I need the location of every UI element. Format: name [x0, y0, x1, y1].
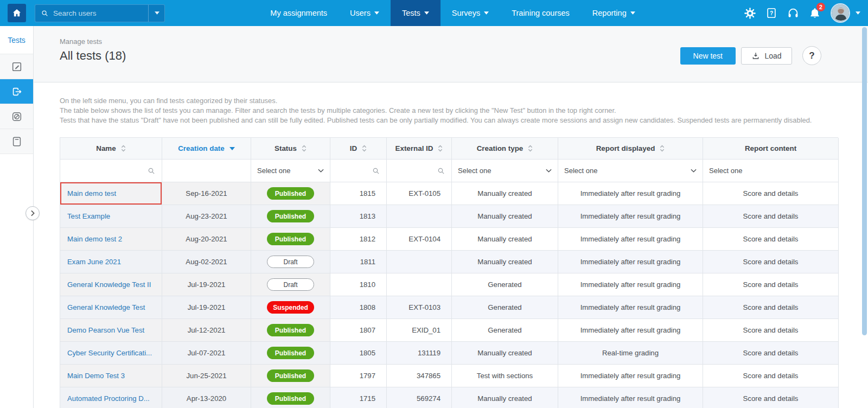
filter-creation-type-select[interactable]: Select one	[458, 167, 552, 175]
caret-down-icon	[374, 11, 379, 15]
creation-date-cell: Apr-13-2020	[162, 387, 251, 408]
settings-button[interactable]	[741, 4, 759, 22]
table-row: Cyber Security Certificati...Jul-07-2021…	[60, 342, 838, 365]
test-name-link[interactable]: Test Example	[67, 212, 110, 220]
id-cell: 1811	[330, 251, 387, 273]
filter-external-id-input[interactable]	[393, 167, 437, 175]
column-header-creation-date[interactable]: Creation date	[162, 138, 251, 160]
id-cell: 1807	[330, 319, 387, 342]
caret-down-icon	[630, 11, 635, 15]
column-header-creation-type[interactable]: Creation type	[452, 138, 558, 160]
load-button[interactable]: Load	[741, 47, 792, 65]
nav-item-reporting[interactable]: Reporting	[581, 0, 647, 26]
sort-icon	[362, 145, 367, 152]
notification-badge: 2	[816, 3, 825, 11]
test-name-link[interactable]: Cyber Security Certificati...	[67, 349, 152, 357]
filter-id-input[interactable]	[336, 167, 372, 175]
gear-icon	[744, 7, 756, 20]
chevron-right-icon	[30, 210, 35, 216]
filter-report-content-select[interactable]: Select one	[709, 167, 832, 175]
sort-desc-icon	[229, 147, 235, 150]
column-header-label: ID	[350, 144, 357, 152]
filter-cell-report-content: Select one	[703, 160, 839, 182]
column-header-report-content: Report content	[703, 138, 839, 160]
creation-type-cell: Manually created	[452, 387, 558, 408]
nav-item-label: Tests	[402, 9, 420, 17]
test-name-link[interactable]: Main demo test	[67, 189, 116, 197]
id-cell: 1715	[330, 387, 387, 408]
caret-down-icon	[484, 11, 489, 15]
test-name-link[interactable]: General Knowledge Test II	[67, 280, 151, 289]
report-content-cell: Score and details	[703, 342, 839, 365]
select-placeholder: Select one	[709, 167, 742, 175]
table-row: Exam June 2021Aug-02-2021Draft1811Manual…	[60, 251, 838, 273]
column-header-report-displayed[interactable]: Report displayed	[558, 138, 703, 160]
column-header-status[interactable]: Status	[251, 138, 330, 160]
main-content: Manage tests All tests (18) New test Loa…	[34, 26, 868, 408]
column-header-label: Name	[96, 144, 116, 152]
nav-item-tests[interactable]: Tests	[391, 0, 441, 26]
creation-date-cell: Jul-19-2021	[162, 296, 251, 319]
id-cell: 1812	[330, 228, 387, 251]
filter-cell-creation-date[interactable]	[162, 160, 251, 182]
test-name-link[interactable]: Demo Pearson Vue Test	[67, 326, 144, 334]
test-name-link[interactable]: Main demo test 2	[67, 235, 122, 243]
status-cell: Draft	[251, 251, 330, 273]
filter-report-displayed-select[interactable]: Select one	[564, 167, 697, 175]
filter-cell-id	[330, 160, 387, 182]
report-content-cell: Score and details	[703, 273, 839, 296]
test-name-link[interactable]: Automated Proctoring D...	[67, 394, 150, 403]
nav-item-users[interactable]: Users	[339, 0, 391, 26]
sidebar-item-3[interactable]	[0, 104, 33, 129]
home-icon	[11, 8, 22, 18]
creation-date-cell: Jul-19-2021	[162, 273, 251, 296]
avatar[interactable]	[831, 3, 850, 23]
sort-icon	[528, 145, 533, 152]
status-badge: Published	[267, 187, 314, 200]
test-name-link[interactable]: Exam June 2021	[67, 258, 121, 266]
support-button[interactable]	[784, 4, 802, 22]
home-button[interactable]	[8, 4, 26, 22]
sidebar-item-4[interactable]	[0, 129, 33, 154]
download-icon	[751, 52, 760, 60]
report-displayed-cell: Immediately after result grading	[558, 182, 703, 205]
sidebar-expand-button[interactable]	[25, 206, 40, 220]
report-content-cell: Score and details	[703, 365, 839, 387]
help-button[interactable]: ?	[802, 46, 821, 65]
nav-item-training-courses[interactable]: Training courses	[500, 0, 581, 26]
sidebar-item-1[interactable]	[0, 54, 33, 79]
search-options-caret[interactable]	[148, 5, 164, 22]
notifications-button[interactable]: 2	[806, 4, 824, 22]
filter-cell-name	[60, 160, 162, 182]
filter-status-select[interactable]: Select one	[257, 167, 324, 175]
help-manual-button[interactable]: ?	[762, 4, 781, 22]
profile-menu-caret[interactable]	[856, 11, 860, 15]
creation-date-cell: Aug-20-2021	[162, 228, 251, 251]
column-header-label: Creation date	[178, 144, 225, 152]
column-header-name[interactable]: Name	[60, 138, 162, 160]
user-search-box	[35, 4, 165, 22]
search-users-input[interactable]	[53, 9, 148, 17]
report-content-cell: Score and details	[703, 228, 839, 251]
nav-item-my-assignments[interactable]: My assignments	[259, 0, 339, 26]
vertical-scrollbar-thumb[interactable]	[862, 27, 867, 335]
new-test-button[interactable]: New test	[680, 47, 736, 65]
report-displayed-cell: Immediately after result grading	[558, 251, 703, 273]
table-row: Main demo testSep-16-2021Published1815EX…	[60, 182, 838, 205]
status-cell: Draft	[251, 273, 330, 296]
test-name-link[interactable]: Main Demo Test 3	[67, 372, 125, 380]
test-name-link[interactable]: General Knowledge Test	[67, 303, 145, 311]
sidebar-items	[0, 54, 33, 154]
filter-name-input[interactable]	[66, 167, 147, 175]
creation-type-cell: Test with sections	[452, 365, 558, 387]
column-header-id[interactable]: ID	[330, 138, 387, 160]
external-id-cell: EXT-0105	[387, 182, 452, 205]
sort-icon	[121, 145, 126, 152]
caret-down-icon	[424, 11, 429, 15]
test-name-cell: Main Demo Test 3	[60, 365, 162, 387]
nav-item-surveys[interactable]: Surveys	[441, 0, 500, 26]
table-row: Demo Pearson Vue TestJul-12-2021Publishe…	[60, 319, 838, 342]
column-header-external-id[interactable]: External ID	[387, 138, 452, 160]
sidebar-item-2[interactable]	[0, 79, 33, 104]
external-id-cell: 347865	[387, 365, 452, 387]
